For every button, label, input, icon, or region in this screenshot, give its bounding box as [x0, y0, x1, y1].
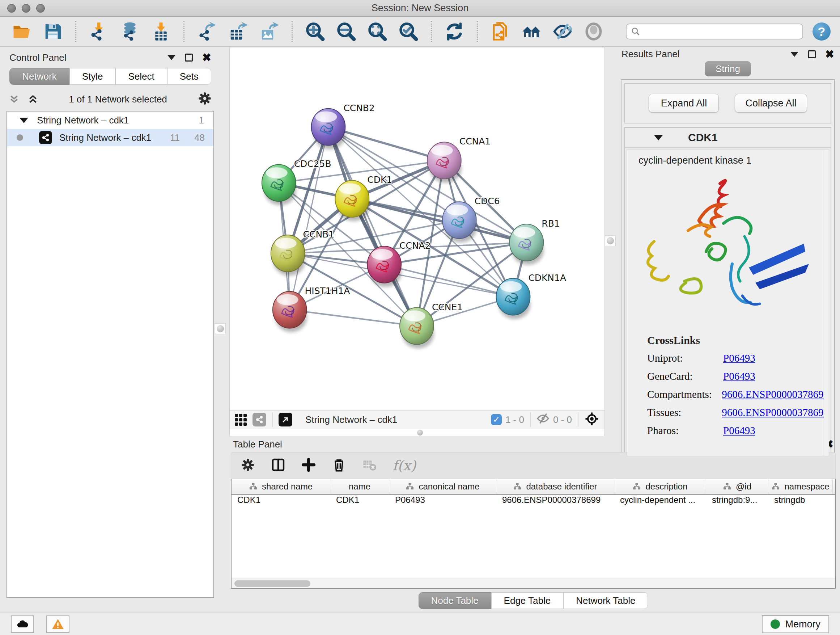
column-header-namespace[interactable]: namespace [768, 479, 833, 494]
network-node-cdc25b[interactable]: CDC25B [262, 158, 332, 205]
network-edge[interactable] [290, 127, 328, 310]
column-header-name[interactable]: name [330, 479, 389, 494]
network-node-cdk1[interactable]: CDK1 [335, 174, 392, 221]
network-collection-row[interactable]: String Network – cdk1 1 [7, 111, 213, 129]
zoom-in-icon[interactable] [305, 21, 325, 42]
horizontal-splitter-handle[interactable] [417, 430, 423, 435]
tab-style[interactable]: Style [69, 68, 116, 85]
network-node-ccnb2[interactable]: CCNB2 [311, 103, 375, 149]
splitter-handle[interactable] [215, 323, 226, 334]
tab-string[interactable]: String [705, 61, 751, 76]
import-network-file-icon[interactable] [88, 21, 109, 42]
hscroll-thumb[interactable] [234, 580, 310, 587]
column-header--id[interactable]: @id [706, 479, 768, 494]
table-cell[interactable]: CDK1 [330, 495, 389, 505]
expand-all-button[interactable]: Expand All [649, 94, 719, 112]
network-node-rb1[interactable]: RB1 [510, 218, 560, 265]
table-options-gear-icon[interactable] [240, 458, 255, 473]
table-hscrollbar[interactable] [232, 578, 835, 588]
collapse-triangle-icon[interactable] [654, 135, 663, 141]
houses-icon[interactable] [521, 21, 542, 42]
tab-select[interactable]: Select [115, 68, 167, 85]
help-icon[interactable]: ? [813, 22, 831, 41]
table-cell[interactable]: stringdb [768, 495, 833, 505]
network-node-hist1h1a[interactable]: HIST1H1A [273, 286, 350, 333]
table-row[interactable]: CDK1CDK1P064939606.ENSP00000378699cyclin… [232, 495, 835, 505]
network-share-icon[interactable] [253, 413, 266, 426]
table-cell[interactable]: CDK1 [232, 495, 330, 505]
zoom-fit-icon[interactable] [367, 21, 387, 42]
crosslink-link[interactable]: 9606.ENSP00000378699 [722, 407, 829, 418]
crosslink-link[interactable]: P06493 [723, 371, 755, 382]
tab-network-table[interactable]: Network Table [563, 592, 648, 609]
table-cell[interactable]: cyclin-dependent ... [614, 495, 706, 505]
tab-sets[interactable]: Sets [167, 68, 211, 85]
hidden-eye-icon[interactable] [537, 412, 549, 428]
table-cell[interactable]: 9606.ENSP00000378699 [496, 495, 614, 505]
zoom-selected-icon[interactable] [398, 21, 418, 42]
network-options-gear-icon[interactable] [197, 91, 212, 107]
birdseye-grid-icon[interactable] [235, 414, 247, 426]
tab-network[interactable]: Network [9, 68, 69, 85]
show-columns-icon[interactable] [271, 458, 286, 473]
network-row[interactable]: String Network – cdk1 11 48 [7, 129, 213, 146]
crosslink-link[interactable]: P06493 [723, 352, 755, 364]
collapse-triangle-icon[interactable] [19, 118, 28, 123]
export-image-icon[interactable] [259, 21, 279, 42]
detach-view-icon[interactable] [279, 413, 292, 426]
gene-header[interactable]: CDK1 [625, 128, 831, 148]
warning-button[interactable] [46, 616, 69, 633]
network-node-ccna1[interactable]: CCNA1 [427, 136, 491, 183]
string-network-graph[interactable]: CCNB2CCNA1CDC25BCDK1CDC6RB1CCNB1CCNA2CDK… [230, 48, 605, 410]
zoom-out-icon[interactable] [336, 21, 356, 42]
add-column-icon[interactable] [302, 458, 316, 473]
column-header-canonical-name[interactable]: canonical name [389, 479, 496, 494]
splitter-handle[interactable] [605, 235, 616, 246]
import-table-icon[interactable] [151, 21, 171, 42]
table-cell[interactable]: stringdb:9... [706, 495, 768, 505]
column-header-shared-name[interactable]: shared name [232, 479, 330, 494]
eye-disabled-icon[interactable] [584, 21, 604, 42]
tab-edge-table[interactable]: Edge Table [491, 592, 564, 609]
panel-menu-icon[interactable] [167, 55, 175, 60]
search-field[interactable] [643, 27, 798, 36]
save-session-icon[interactable] [43, 21, 63, 42]
network-edge[interactable] [328, 127, 444, 161]
column-header-description[interactable]: description [614, 479, 706, 494]
delete-column-icon[interactable] [332, 458, 346, 473]
selected-checkbox-icon[interactable]: ✓ [491, 414, 502, 425]
collapse-all-button[interactable]: Collapse All [735, 94, 807, 112]
network-node-cdc6[interactable]: CDC6 [442, 196, 500, 242]
export-network-icon[interactable] [197, 21, 217, 42]
expand-all-icon[interactable] [27, 94, 38, 105]
network-node-cdkn1a[interactable]: CDKN1A [496, 272, 566, 319]
close-panel-icon[interactable]: ✖ [202, 52, 211, 63]
cloud-button[interactable] [11, 616, 34, 633]
float-panel-icon[interactable] [808, 50, 816, 58]
results-scrollbar[interactable] [824, 150, 829, 456]
network-canvas[interactable]: CCNB2CCNA1CDC25BCDK1CDC6RB1CCNB1CCNA2CDK… [230, 48, 605, 410]
refresh-icon[interactable] [444, 21, 464, 42]
left-splitter[interactable] [217, 47, 229, 613]
crosslink-link[interactable]: 9606.ENSP00000378699 [722, 388, 829, 401]
export-table-icon[interactable] [228, 21, 248, 42]
document-share-icon[interactable] [490, 21, 510, 42]
eye-slash-icon[interactable] [553, 21, 573, 42]
pan-crosshair-icon[interactable] [584, 411, 600, 428]
open-session-icon[interactable] [11, 21, 32, 42]
memory-button[interactable]: Memory [762, 615, 829, 633]
close-panel-icon[interactable]: ✖ [825, 49, 834, 60]
search-input[interactable] [626, 24, 803, 40]
column-header-database-identifier[interactable]: database identifier [496, 479, 614, 494]
import-network-database-icon[interactable] [120, 21, 140, 42]
collapse-all-icon[interactable] [9, 94, 19, 105]
panel-menu-icon[interactable] [790, 52, 798, 57]
network-edge[interactable] [328, 127, 417, 326]
network-edge[interactable] [290, 310, 417, 326]
table-cell[interactable]: P06493 [389, 495, 496, 505]
network-node-ccnb1[interactable]: CCNB1 [271, 229, 334, 276]
crosslink-link[interactable]: P06493 [723, 424, 755, 437]
float-panel-icon[interactable] [185, 54, 193, 62]
right-splitter[interactable] [605, 47, 617, 436]
tab-node-table[interactable]: Node Table [418, 592, 491, 609]
